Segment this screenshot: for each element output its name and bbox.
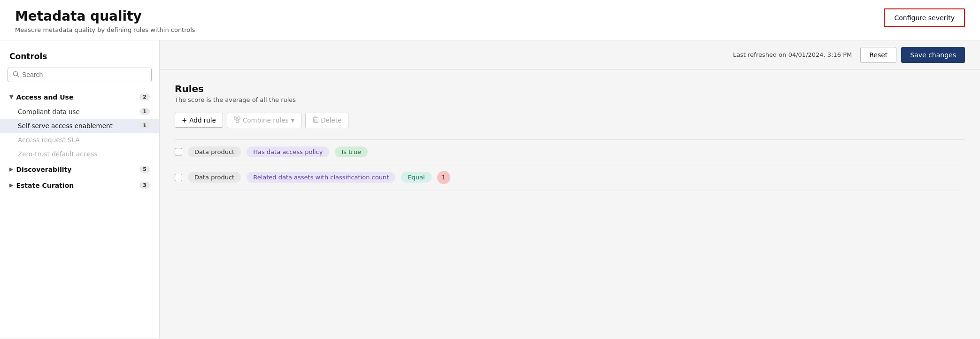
chevron-right-icon: ▶ (9, 166, 13, 172)
sidebar-item-badge: 1 (139, 108, 150, 115)
sidebar-item-label: Access request SLA (18, 136, 80, 144)
pill-related-data-assets: Related data assets with classification … (247, 172, 395, 183)
plus-icon: + (182, 116, 187, 124)
pill-is-true: Is true (335, 146, 367, 157)
sidebar-item-zero-trust: Zero-trust default access (0, 147, 159, 161)
section-header-access-and-use[interactable]: ▼ Access and Use 2 (0, 90, 159, 105)
main-toolbar: Last refreshed on 04/01/2024, 3:16 PM Re… (160, 40, 980, 70)
section-badge-estate-curation: 3 (139, 182, 150, 189)
chevron-down-icon: ▼ (9, 94, 13, 100)
section-access-and-use: ▼ Access and Use 2 Compliant data use 1 … (0, 90, 159, 161)
combine-rules-label: Combine rules (243, 116, 289, 124)
svg-rect-3 (238, 117, 240, 119)
sidebar-item-label: Compliant data use (18, 108, 80, 116)
sidebar-item-compliant-data-use[interactable]: Compliant data use 1 (0, 105, 159, 119)
sidebar-item-badge: 1 (139, 122, 150, 129)
section-label-access-and-use: Access and Use (16, 93, 73, 101)
delete-label: Delete (321, 116, 341, 124)
add-rule-label: Add rule (189, 116, 216, 124)
page-title: Metadata quality (15, 8, 195, 24)
sidebar-item-access-request-sla: Access request SLA (0, 133, 159, 147)
main-content: Last refreshed on 04/01/2024, 3:16 PM Re… (160, 40, 980, 338)
section-label-discoverability: Discoverability (16, 166, 71, 173)
rules-subtitle: The score is the average of all the rule… (175, 96, 965, 103)
chevron-down-icon: ▼ (291, 118, 294, 123)
rules-actions: + Add rule Combine rules ▼ (175, 113, 965, 128)
section-badge-discoverability: 5 (139, 166, 150, 173)
svg-rect-2 (234, 117, 237, 119)
section-header-estate-curation[interactable]: ▶ Estate Curation 3 (0, 178, 159, 193)
combine-rules-button: Combine rules ▼ (227, 113, 301, 128)
section-label-estate-curation: Estate Curation (16, 182, 74, 189)
save-changes-button[interactable]: Save changes (901, 47, 965, 63)
svg-rect-4 (236, 120, 238, 123)
delete-button: Delete (305, 113, 348, 128)
main-layout: Controls ▼ Access and Use 2 (0, 40, 980, 338)
reset-button[interactable]: Reset (860, 47, 896, 63)
rules-list: Data product Has data access policy Is t… (175, 139, 965, 191)
svg-line-1 (17, 75, 19, 77)
section-badge-access-and-use: 2 (139, 93, 150, 100)
header-left: Metadata quality Measure metadata qualit… (15, 8, 195, 33)
sidebar: Controls ▼ Access and Use 2 (0, 40, 160, 338)
search-icon (13, 71, 19, 79)
table-row: Data product Related data assets with cl… (175, 164, 965, 191)
search-input[interactable] (22, 71, 147, 78)
rules-area: Rules The score is the average of all th… (160, 70, 980, 338)
combine-icon (234, 116, 240, 124)
rule-checkbox-1[interactable] (175, 148, 182, 155)
controls-label: Controls (0, 52, 159, 68)
sidebar-item-label: Self-serve access enablement (18, 122, 113, 130)
section-estate-curation: ▶ Estate Curation 3 (0, 178, 159, 193)
chevron-right-icon: ▶ (9, 182, 13, 188)
sidebar-item-self-serve-access[interactable]: Self-serve access enablement 1 (0, 119, 159, 133)
section-discoverability: ▶ Discoverability 5 (0, 162, 159, 177)
top-header: Metadata quality Measure metadata qualit… (0, 0, 980, 40)
pill-data-product-2: Data product (188, 172, 241, 183)
pill-equal: Equal (401, 172, 431, 183)
section-header-discoverability[interactable]: ▶ Discoverability 5 (0, 162, 159, 177)
rule-checkbox-2[interactable] (175, 174, 182, 181)
search-wrap (0, 68, 159, 90)
trash-icon (312, 116, 318, 124)
pill-has-data-access-policy: Has data access policy (247, 146, 329, 157)
rules-title: Rules (175, 83, 965, 94)
search-box[interactable] (8, 68, 152, 82)
pill-data-product-1: Data product (188, 146, 241, 157)
configure-severity-button[interactable]: Configure severity (884, 8, 965, 27)
page-subtitle: Measure metadata quality by defining rul… (15, 26, 195, 33)
last-refreshed: Last refreshed on 04/01/2024, 3:16 PM (733, 51, 852, 58)
table-row: Data product Has data access policy Is t… (175, 140, 965, 164)
sidebar-item-label: Zero-trust default access (18, 150, 98, 158)
add-rule-button[interactable]: + Add rule (175, 113, 223, 128)
pill-number-value: 1 (437, 171, 450, 184)
